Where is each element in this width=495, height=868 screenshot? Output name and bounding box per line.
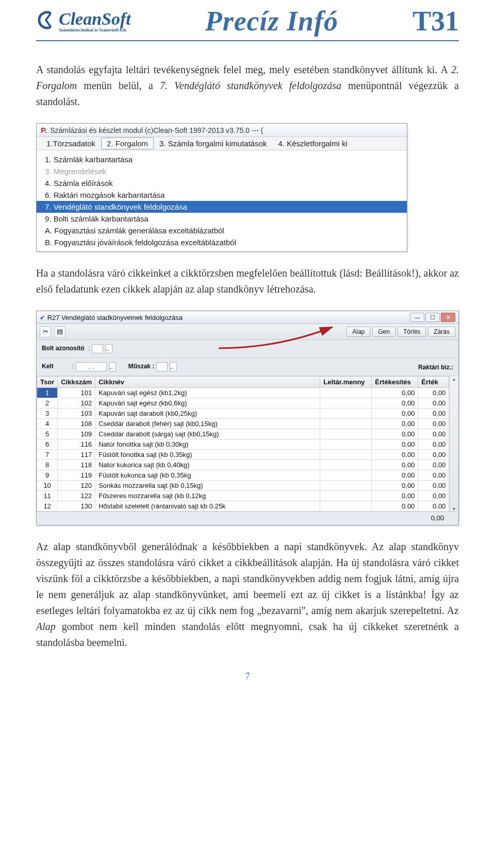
table-row[interactable]: 3103Kapuvári sajt darabolt (kb0,25kg)0,0…: [37, 409, 449, 419]
window-title: R27 Vendéglátó stadkönyveinek feldolgozá…: [47, 314, 183, 321]
table-cell: [320, 481, 372, 491]
table-row[interactable]: 6116Natúr fonottka sajt (kb 0,30kg)0,000…: [37, 439, 449, 450]
table-row[interactable]: 2102Kapuvári sajt egész (kb0,6kg)0,000,0…: [37, 398, 449, 409]
menu-item[interactable]: B. Fogyasztási jóváírások feldolgozása e…: [37, 236, 407, 248]
menu-item[interactable]: 6. Raktári mozgások karbantartása: [37, 189, 407, 201]
column-header[interactable]: Cikkszám: [58, 377, 95, 388]
table-cell: 103: [58, 409, 95, 419]
maximize-button[interactable]: ☐: [425, 313, 440, 322]
muszak-field[interactable]: [156, 362, 168, 371]
close-button[interactable]: ✕: [441, 313, 455, 322]
table-row[interactable]: 1101Kapuvári sajt egész (kb1,2kg)0,000,0…: [37, 388, 449, 398]
scroll-down-icon[interactable]: ▾: [453, 506, 455, 512]
window-titlebar: ✔ R27 Vendéglátó stadkönyveinek feldolgo…: [37, 311, 458, 324]
doc-title: Precíz Infó: [205, 5, 338, 37]
menu-item[interactable]: 9. Bolti számlák karbantartása: [37, 213, 407, 225]
table-cell: Sonkás mozzarella sajt (kb 0,15kg): [95, 481, 320, 491]
table-cell: 0,00: [418, 429, 449, 439]
menu-item[interactable]: 7. Vendéglátó standkönyvek feldolgozása: [37, 201, 407, 213]
table-row[interactable]: 12130Hőstabil szeletelt (rántanivaló saj…: [37, 501, 449, 512]
table-cell: 0,00: [418, 491, 449, 501]
minimize-button[interactable]: —: [410, 313, 424, 322]
menubar-item[interactable]: 2. Forgalom: [101, 138, 154, 149]
table-row[interactable]: 9119Füstölt kukorica sajt (kb 0,35kg0,00…: [37, 470, 449, 481]
table-cell: 0,00: [418, 398, 449, 409]
table-cell: 10: [37, 481, 58, 491]
column-header[interactable]: Tsor: [37, 377, 58, 388]
table-cell: [320, 439, 372, 450]
table-cell: 118: [58, 460, 95, 470]
table-cell: 1: [37, 388, 58, 398]
gen-button[interactable]: Gen: [372, 327, 395, 337]
logo-subtitle: Számítástechnikai és Számviteli Kft.: [59, 28, 131, 32]
table-row[interactable]: 5109Cseddár darabolt (sárga) sajt (kb0,1…: [37, 429, 449, 439]
menu-item[interactable]: A. Fogyasztási számlák generálása excelt…: [37, 225, 407, 236]
table-cell: 0,00: [372, 460, 418, 470]
scissors-icon[interactable]: ✂: [40, 326, 51, 337]
table-cell: 0,00: [372, 439, 418, 450]
app-icon: ✔: [40, 314, 45, 321]
table-row[interactable]: 4108Cseddár darabolt (fehér) sajt (kb0,1…: [37, 419, 449, 429]
menubar-item[interactable]: 4. Készletforgalmi ki: [273, 138, 353, 149]
table-cell: 6: [37, 439, 58, 450]
table-row[interactable]: 10120Sonkás mozzarella sajt (kb 0,15kg)0…: [37, 481, 449, 491]
bolt-lookup[interactable]: ..: [105, 344, 112, 353]
table-row[interactable]: 8118Natúr kukorica sajt (kb 0,40kg)0,000…: [37, 460, 449, 470]
kelt-field[interactable]: . .: [76, 362, 107, 371]
menubar-item[interactable]: 1.Törzsadatok: [41, 138, 101, 149]
table-cell: Kapuvári sajt darabolt (kb0,25kg): [95, 409, 320, 419]
column-header[interactable]: Leltár.menny: [320, 377, 372, 388]
table-cell: 0,00: [418, 460, 449, 470]
bolt-label: Bolt azonosító: [42, 345, 85, 352]
column-header[interactable]: Érték: [418, 377, 449, 388]
logo-icon: [36, 10, 56, 32]
muszak-lookup[interactable]: ..: [170, 362, 177, 371]
paragraph-3: Az alap standkönyvből generálódnak a kés…: [36, 539, 459, 651]
alap-button[interactable]: Alap: [346, 327, 370, 337]
page-number: 7: [36, 671, 459, 682]
table-cell: 0,00: [372, 419, 418, 429]
menu-item[interactable]: 4. Számla előírások: [37, 177, 407, 189]
table-cell: 8: [37, 460, 58, 470]
scroll-up-icon[interactable]: ▴: [453, 376, 455, 382]
törlés-button[interactable]: Törlés: [398, 327, 426, 337]
table-cell: [320, 429, 372, 439]
zárás-button[interactable]: Zárás: [428, 327, 455, 337]
bolt-field[interactable]: [92, 344, 103, 353]
column-header[interactable]: Értékesítés: [372, 377, 418, 388]
form-row-1: Bolt azonosító : ..: [37, 340, 458, 358]
table-cell: 0,00: [418, 419, 449, 429]
table-cell: 102: [58, 398, 95, 409]
table-cell: 7: [37, 450, 58, 460]
table-cell: 2: [37, 398, 58, 409]
column-header[interactable]: Cikknév: [95, 377, 320, 388]
data-grid[interactable]: TsorCikkszámCikknévLeltár.mennyÉrtékesít…: [37, 376, 449, 512]
table-cell: 12: [37, 501, 58, 512]
table-cell: 0,00: [372, 429, 418, 439]
table-cell: 0.00: [418, 501, 449, 512]
menubar-item[interactable]: 3. Számla forgalmi kimutatások: [154, 138, 272, 149]
grid-total: 0,00: [431, 514, 444, 522]
menu-item[interactable]: 1. Számlák karbantartása: [37, 154, 407, 165]
table-cell: [320, 491, 372, 501]
table-row[interactable]: 11122Fűszeres mozzarella sajt (kb 0,12kg…: [37, 491, 449, 501]
menubar: 1.Törzsadatok2. Forgalom3. Számla forgal…: [37, 137, 407, 150]
table-row[interactable]: 7117Füstölt fonottka sajt (kb 0,35kg)0,0…: [37, 450, 449, 460]
paragraph-1: A standolás egyfajta leltári tevékenység…: [36, 62, 459, 110]
table-cell: 4: [37, 419, 58, 429]
tool-icon[interactable]: ▤: [54, 326, 65, 337]
table-cell: 0,00: [372, 481, 418, 491]
table-cell: 0,00: [418, 409, 449, 419]
table-cell: [320, 398, 372, 409]
window-title: Számlázási és készlet modul (c)Clean-Sof…: [50, 126, 263, 134]
vertical-scrollbar[interactable]: ▴ ▾: [449, 376, 458, 512]
table-cell: [320, 460, 372, 470]
table-cell: Fűszeres mozzarella sajt (kb 0,12kg: [95, 491, 320, 501]
table-cell: 101: [58, 388, 95, 398]
kelt-lookup[interactable]: ..: [109, 362, 116, 371]
table-cell: [320, 470, 372, 481]
table-cell: 117: [58, 450, 95, 460]
form-row-2: Kelt : . . .. Műszak : .. Raktári biz.:: [37, 358, 458, 376]
table-cell: Hőstabil szeletelt (rántanivaló sajt kb …: [95, 501, 320, 512]
doc-code: T31: [412, 5, 459, 37]
